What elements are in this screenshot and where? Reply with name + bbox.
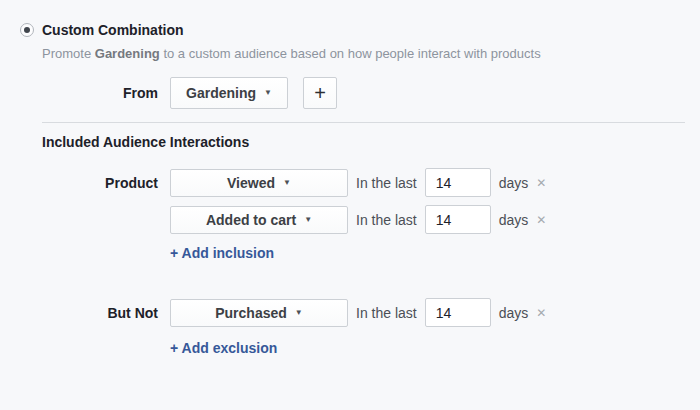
plus-icon: + [314, 82, 326, 105]
custom-combination-radio[interactable] [20, 23, 34, 37]
remove-row-icon[interactable]: ✕ [536, 176, 546, 190]
add-audience-button[interactable]: + [303, 77, 337, 109]
caret-down-icon: ▼ [295, 309, 303, 317]
from-audience-dropdown-value: Gardening [186, 85, 256, 101]
description-prefix: Promote [42, 46, 91, 61]
description-audience-name: Gardening [95, 46, 160, 61]
days-input[interactable] [425, 168, 491, 197]
from-row: From Gardening ▼ + [0, 77, 700, 109]
product-label: Product [0, 175, 158, 191]
in-the-last-label: In the last [356, 175, 417, 191]
interaction-dropdown-value: Viewed [227, 175, 275, 191]
in-the-last-label: In the last [356, 212, 417, 228]
custom-combination-panel: Custom Combination Promote Gardening to … [0, 0, 700, 410]
option-header: Custom Combination [0, 22, 700, 38]
days-input[interactable] [425, 298, 491, 327]
caret-down-icon: ▼ [283, 179, 291, 187]
add-inclusion-link[interactable]: + Add inclusion [170, 245, 274, 261]
days-label: days [499, 175, 529, 191]
option-title: Custom Combination [42, 22, 184, 38]
days-label: days [499, 305, 529, 321]
interaction-dropdown-viewed[interactable]: Viewed ▼ [170, 169, 348, 197]
description-suffix: to a custom audience based on how people… [163, 46, 540, 61]
days-input[interactable] [425, 205, 491, 234]
exclusion-dropdown-value: Purchased [215, 305, 287, 321]
interaction-dropdown-added-to-cart[interactable]: Added to cart ▼ [170, 206, 348, 234]
remove-row-icon[interactable]: ✕ [536, 306, 546, 320]
exclusion-dropdown-purchased[interactable]: Purchased ▼ [170, 299, 348, 327]
option-description: Promote Gardening to a custom audience b… [42, 46, 700, 61]
in-the-last-label: In the last [356, 305, 417, 321]
remove-row-icon[interactable]: ✕ [536, 213, 546, 227]
caret-down-icon: ▼ [304, 216, 312, 224]
inclusion-row: Added to cart ▼ In the last days ✕ [0, 205, 700, 234]
days-label: days [499, 212, 529, 228]
from-audience-dropdown[interactable]: Gardening ▼ [170, 77, 288, 109]
included-interactions-heading: Included Audience Interactions [42, 134, 700, 150]
but-not-label: But Not [0, 305, 158, 321]
section-divider [42, 122, 685, 123]
radio-selected-dot-icon [24, 27, 30, 33]
caret-down-icon: ▼ [264, 89, 272, 97]
inclusion-row: Product Viewed ▼ In the last days ✕ [0, 168, 700, 197]
from-label: From [0, 85, 158, 101]
add-exclusion-link[interactable]: + Add exclusion [170, 340, 277, 356]
exclusion-row: But Not Purchased ▼ In the last days ✕ [0, 298, 700, 327]
interaction-dropdown-value: Added to cart [206, 212, 296, 228]
